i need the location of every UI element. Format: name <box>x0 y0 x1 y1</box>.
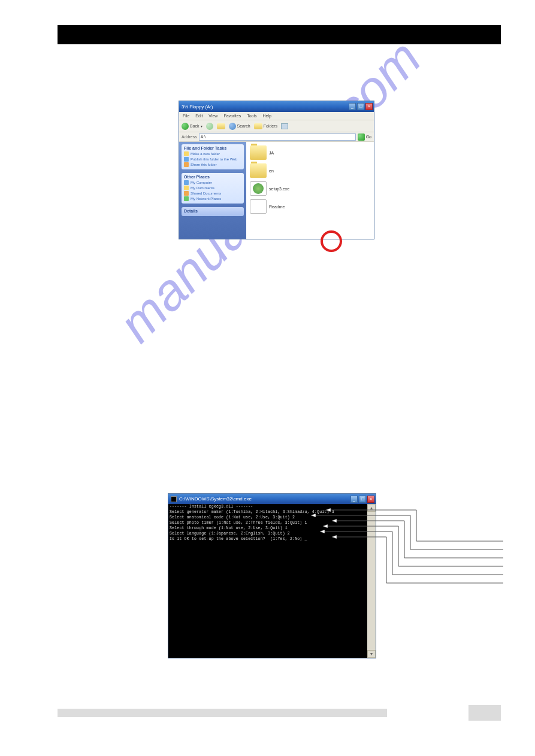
sidebar-item[interactable]: Share this folder <box>184 162 241 167</box>
cmd-output-line: Is it OK to set-up the above selection? … <box>168 536 367 542</box>
cmd-title: C:\WINDOWS\System32\cmd.exe <box>179 496 252 502</box>
file-label: Readme <box>269 205 285 209</box>
up-icon[interactable] <box>217 123 225 129</box>
cmd-output-line: Select through mode (1:Not use, 2:Use, 3… <box>168 526 367 531</box>
explorer-sidebar: File and Folder Tasks Make a new folder … <box>179 142 246 239</box>
cmd-output-line: Select generator maker (1:Toshiba, 2:Hit… <box>168 509 367 515</box>
cmd-window: C:\WINDOWS\System32\cmd.exe _ □ × ▴ ▾ --… <box>168 493 376 658</box>
file-label: JA <box>269 151 274 155</box>
menu-help[interactable]: Help <box>263 114 271 118</box>
shared-icon <box>184 191 189 196</box>
file-label: setup3.exe <box>269 187 289 191</box>
sidebar-item-label: Publish this folder to the Web <box>191 157 237 161</box>
share-icon <box>184 162 189 167</box>
cmd-titlebar: C:\WINDOWS\System32\cmd.exe _ □ × <box>168 494 376 504</box>
sidebar-item-label: Shared Documents <box>191 192 221 195</box>
cmd-output-line: Select language (1:Japanese, 2:English, … <box>168 531 367 536</box>
cmd-output-line: ------- Install cgkcg3.dll ------- <box>168 504 367 509</box>
go-button[interactable] <box>358 133 365 141</box>
views-icon[interactable] <box>281 123 288 129</box>
sidebar-item-label: Make a new folder <box>191 152 220 156</box>
file-label: en <box>269 169 274 173</box>
highlight-circle <box>321 230 342 252</box>
explorer-body: File and Folder Tasks Make a new folder … <box>179 142 374 239</box>
menu-tools[interactable]: Tools <box>247 114 256 118</box>
menu-edit[interactable]: Edit <box>195 114 202 118</box>
sidebar-panel-title: File and Folder Tasks <box>184 146 241 150</box>
sidebar-item[interactable]: Shared Documents <box>184 191 241 196</box>
sidebar-panel-details: Details <box>182 207 244 216</box>
window-buttons: _ □ × <box>350 496 376 503</box>
cmd-output-line: Select anatomical code (1:Not use, 2:Use… <box>168 515 367 520</box>
explorer-content: JA en setup3.exe Readme <box>246 142 374 239</box>
documents-icon <box>184 186 189 190</box>
scroll-up-icon[interactable]: ▴ <box>367 504 376 512</box>
cmd-icon <box>171 496 177 502</box>
close-button[interactable]: × <box>367 496 374 503</box>
folders-icon <box>254 123 262 129</box>
sidebar-item-label: My Documents <box>191 186 214 190</box>
back-icon <box>182 123 189 130</box>
folders-label: Folders <box>264 124 277 128</box>
sidebar-item-label: My Network Places <box>191 197 221 201</box>
sidebar-panel-places: Other Places My Computer My Documents Sh… <box>182 173 244 204</box>
page-header-bar <box>58 25 501 44</box>
maximize-button[interactable]: □ <box>357 103 364 110</box>
go-label: Go <box>366 135 371 139</box>
text-file-icon <box>250 199 267 214</box>
sidebar-item[interactable]: My Network Places <box>184 196 241 201</box>
forward-icon[interactable] <box>206 123 213 130</box>
menu-file[interactable]: File <box>183 114 189 118</box>
file-item-readme[interactable]: Readme <box>250 199 370 214</box>
sidebar-item[interactable]: Make a new folder <box>184 151 241 156</box>
sidebar-item-label: My Computer <box>191 181 212 184</box>
back-button[interactable]: Back ▾ <box>182 123 202 130</box>
maximize-button[interactable]: □ <box>359 496 366 503</box>
minimize-button[interactable]: _ <box>349 103 356 110</box>
page-footer-bar <box>58 709 387 717</box>
globe-icon <box>184 157 189 162</box>
explorer-menubar: File Edit View Favorites Tools Help <box>179 112 374 120</box>
cmd-output-line: Select photo timer (1:Not use, 2:Three f… <box>168 520 367 526</box>
folder-item[interactable]: en <box>250 163 370 178</box>
sidebar-panel-title: Other Places <box>184 175 241 179</box>
sidebar-panel-tasks: File and Folder Tasks Make a new folder … <box>182 144 244 169</box>
folder-icon <box>184 151 189 156</box>
folder-icon <box>250 163 267 178</box>
address-input[interactable]: A:\ <box>199 133 356 141</box>
cmd-body: ▴ ▾ ------- Install cgkcg3.dll ------- S… <box>168 504 376 658</box>
menu-view[interactable]: View <box>208 114 217 118</box>
search-label: Search <box>237 124 250 128</box>
menu-favorites[interactable]: Favorites <box>223 114 241 118</box>
scroll-down-icon[interactable]: ▾ <box>367 650 376 658</box>
sidebar-panel-title: Details <box>184 209 241 213</box>
sidebar-item[interactable]: My Documents <box>184 186 241 190</box>
explorer-titlebar: 3½ Floppy (A:) _ □ × <box>179 101 374 112</box>
sidebar-item[interactable]: Publish this folder to the Web <box>184 157 241 162</box>
sidebar-item-label: Share this folder <box>191 163 217 166</box>
explorer-addressbar: Address A:\ Go <box>179 132 374 142</box>
back-label: Back <box>190 124 200 128</box>
explorer-toolbar: Back ▾ Search Folders <box>179 120 374 132</box>
folder-icon <box>250 145 267 160</box>
page-footer-box <box>468 705 501 721</box>
explorer-title: 3½ Floppy (A:) <box>182 104 213 110</box>
address-label: Address <box>182 135 197 139</box>
close-button[interactable]: × <box>365 103 373 110</box>
window-buttons: _ □ × <box>349 103 374 110</box>
setup-icon <box>250 181 267 196</box>
search-button[interactable]: Search <box>229 123 250 130</box>
file-item-setup[interactable]: setup3.exe <box>250 181 370 196</box>
explorer-window: 3½ Floppy (A:) _ □ × File Edit View Favo… <box>179 101 374 239</box>
minimize-button[interactable]: _ <box>350 496 358 503</box>
network-icon <box>184 196 189 201</box>
sidebar-item[interactable]: My Computer <box>184 180 241 185</box>
computer-icon <box>184 180 189 185</box>
folder-item[interactable]: JA <box>250 145 370 160</box>
search-icon <box>229 123 236 130</box>
folders-button[interactable]: Folders <box>254 123 277 129</box>
